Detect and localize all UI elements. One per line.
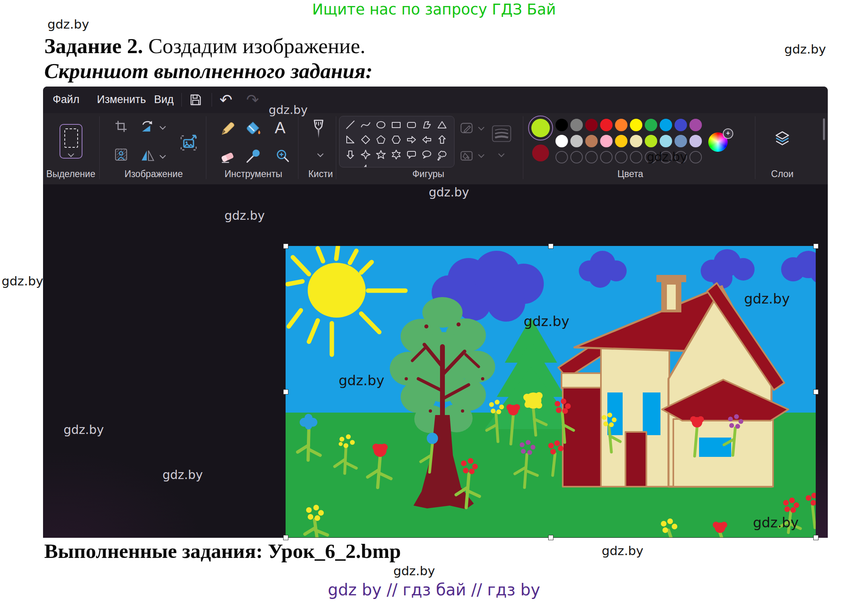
color-swatch[interactable] [660,119,672,131]
shape-arrow-up-icon[interactable] [439,136,445,143]
shape-star-4-point-icon[interactable] [361,150,370,159]
shape-line-icon[interactable] [346,121,354,129]
color-swatch[interactable] [570,135,583,147]
remove-background-icon[interactable] [114,148,128,161]
watermark: gdz.by [784,42,826,56]
group-divider [99,116,100,179]
color-swatch[interactable] [675,135,687,147]
shape-arrow-left-icon[interactable] [423,136,431,143]
shape-right-triangle-icon[interactable] [347,136,354,143]
foreground-color-swatch[interactable] [528,116,553,140]
empty-color-slot[interactable] [555,151,568,163]
selection-tool-button[interactable] [60,124,82,159]
selection-handle[interactable] [813,389,819,394]
menu-file[interactable]: Файл [50,87,82,112]
shape-arrow-right-icon[interactable] [407,136,415,143]
color-swatch[interactable] [615,119,627,131]
empty-color-slot[interactable] [600,151,613,163]
magnifier-tool-icon[interactable] [276,149,290,163]
shape-ellipse-icon[interactable] [377,122,385,128]
chevron-down-icon[interactable] [498,151,505,157]
empty-color-slot[interactable] [570,151,583,163]
foreground-color-dot [531,119,550,137]
color-swatch[interactable] [675,119,687,131]
undo-icon: ↶ [220,92,232,108]
menu-view[interactable]: Вид [152,87,176,112]
shape-fill-option-icon[interactable] [460,149,474,162]
selection-handle[interactable] [813,244,819,249]
add-color-icon[interactable]: + [723,128,733,139]
group-label-layers: Слои [771,169,794,180]
color-swatch[interactable] [585,119,598,131]
shape-hexagon-icon[interactable] [392,136,400,143]
chevron-down-icon[interactable] [478,152,485,158]
selection-handle[interactable] [283,389,288,394]
fill-tool-icon[interactable] [245,120,261,136]
flip-icon[interactable] [141,149,154,161]
eraser-tool-icon[interactable] [219,149,235,165]
shape-arrow-down-icon[interactable] [347,151,354,159]
layers-icon[interactable] [773,130,791,147]
color-swatch[interactable] [600,135,613,147]
resize-image-icon[interactable] [179,133,198,153]
selection-handle[interactable] [548,535,553,540]
color-swatch[interactable] [630,119,642,131]
watermark: gdz.by [393,564,435,578]
shape-star-5-point-icon[interactable] [376,151,385,159]
group-divider [298,116,298,179]
watermark: gdz.by [162,468,203,482]
shape-polygon-icon[interactable] [424,122,430,128]
color-swatch[interactable] [660,135,672,147]
chevron-down-icon[interactable] [160,153,166,159]
color-picker-tool-icon[interactable] [245,148,261,164]
shape-diamond-icon[interactable] [362,136,370,144]
color-swatch[interactable] [689,119,702,131]
selection-handle[interactable] [813,535,819,540]
shape-callout-oval-icon[interactable] [423,151,431,158]
color-swatch[interactable] [645,119,657,131]
color-swatch[interactable] [555,135,568,147]
color-swatch[interactable] [689,135,702,147]
color-swatch[interactable] [555,119,568,131]
pencil-tool-icon[interactable] [219,120,235,136]
shape-rectangle-icon[interactable] [392,122,400,128]
shape-callout-cloud-icon[interactable] [438,151,446,160]
rotate-icon[interactable] [140,120,154,133]
shape-outline-option-icon[interactable] [460,121,474,135]
text-tool-icon[interactable]: A [275,120,286,136]
shape-star-6-point-icon[interactable] [392,150,400,159]
empty-color-slot[interactable] [630,151,642,163]
canvas-image[interactable] [286,246,816,537]
color-swatch[interactable] [585,135,598,147]
shape-pentagon-icon[interactable] [377,136,385,143]
shape-curve-icon[interactable] [361,122,370,127]
result-heading: Выполненные задания: Урок_6_2.bmp [44,539,401,563]
background-color-swatch[interactable] [532,145,549,161]
shape-lightning-icon[interactable] [362,165,369,167]
redo-button[interactable]: ↷ [244,92,261,108]
chevron-down-icon[interactable] [317,151,324,157]
brush-tool-icon[interactable] [309,119,328,140]
shape-triangle-icon[interactable] [438,122,446,128]
empty-color-slot[interactable] [615,151,627,163]
color-swatch[interactable] [570,119,583,131]
shape-callout-rounded-icon[interactable] [407,151,415,158]
color-swatch[interactable] [600,119,613,131]
selection-handle[interactable] [548,244,553,249]
shapes-scrollbar[interactable] [823,118,825,140]
color-swatch[interactable] [615,135,627,147]
save-button[interactable] [187,92,204,108]
color-swatch[interactable] [645,135,657,147]
empty-color-slot[interactable] [689,151,702,163]
chevron-down-icon[interactable] [160,124,166,130]
watermark: gdz.by [753,514,799,531]
empty-color-slot[interactable] [585,151,598,163]
color-swatch[interactable] [630,135,642,147]
stroke-width-option-icon[interactable] [491,124,512,143]
chevron-down-icon[interactable] [478,124,485,131]
selection-handle[interactable] [283,244,288,249]
shape-rounded-rectangle-icon[interactable] [407,122,415,128]
menu-edit[interactable]: Изменить [95,87,148,112]
crop-icon[interactable] [114,120,128,133]
undo-button[interactable]: ↶ [218,92,234,108]
